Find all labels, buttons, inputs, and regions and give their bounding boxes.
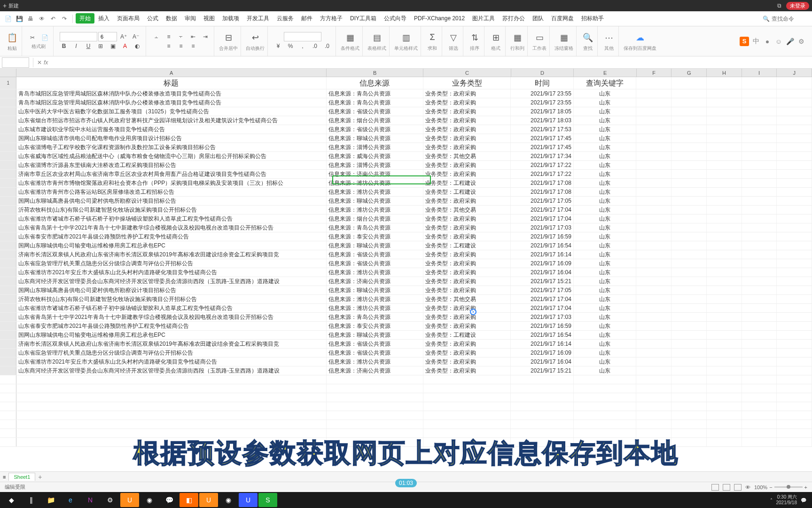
cell-C18[interactable]: 业务类型：政府采购 — [423, 232, 511, 241]
cell-D12[interactable]: 2021/9/17 17:08 — [511, 179, 574, 187]
sheet-tab-1[interactable]: Sheet1 — [8, 473, 35, 481]
cell-E18[interactable]: 山东 — [574, 232, 637, 241]
sheet-list-icon[interactable]: ≡ — [3, 474, 6, 480]
sum-icon[interactable]: Σ — [426, 31, 439, 44]
cell-C23[interactable]: 业务类型：政府采购 — [423, 277, 511, 286]
search-input[interactable] — [772, 16, 809, 22]
cell-A20[interactable]: 济南市长清区双泉镇人民政府山东省济南市长清区双泉镇2019年高标准农田建设结余资… — [16, 250, 326, 259]
cell-A2[interactable]: 青岛市城阳区应急管理局城阳区森林消防中队办公楼装修改造项目竞争性磋商公告 — [16, 89, 326, 98]
sort-icon[interactable]: ⇅ — [468, 31, 481, 44]
cell-B3[interactable]: 信息来源：青岛公共资源 — [327, 98, 423, 107]
file-menu-icon[interactable]: 📄 — [3, 14, 13, 24]
window-restore-icon[interactable]: ⧉ — [777, 2, 781, 9]
cell-A21[interactable]: 山东省应急管理厅机关重点隐患分区分级综合调查与评估公开招标公告 — [16, 259, 326, 268]
cell-C14[interactable]: 业务类型：政府采购 — [423, 197, 511, 205]
copy-icon[interactable]: 📄 — [39, 33, 50, 42]
currency-icon[interactable]: ¥ — [273, 41, 284, 51]
cell-B21[interactable]: 信息来源：省级公共资源 — [327, 259, 423, 268]
taskbar-explorer-icon[interactable]: 📁 — [41, 493, 60, 507]
preview-icon[interactable]: 👁 — [37, 14, 47, 24]
cell-C25[interactable]: 业务类型：其他交易 — [423, 295, 511, 303]
cell-D16[interactable]: 2021/9/17 17:04 — [511, 214, 574, 223]
menu-tab-0[interactable]: 开始 — [76, 13, 94, 24]
cell-C2[interactable]: 业务类型：政府采购 — [423, 89, 511, 98]
taskbar-app1-icon[interactable]: U — [120, 493, 139, 507]
cell-B7[interactable]: 信息来源：聊城公共资源 — [327, 134, 423, 143]
cell-E8[interactable]: 山东 — [574, 143, 637, 151]
cell-B18[interactable]: 信息来源：泰安公共资源 — [327, 232, 423, 241]
menu-tab-18[interactable]: 百度网盘 — [547, 13, 578, 24]
cell-E2[interactable]: 山东 — [574, 89, 637, 98]
menu-tab-15[interactable]: 图片工具 — [468, 13, 499, 24]
cell-D6[interactable]: 2021/9/17 17:53 — [511, 125, 574, 134]
menu-tab-11[interactable]: 方方格子 — [316, 13, 346, 24]
ime-lang-icon[interactable]: 中 — [752, 37, 760, 46]
cell-D3[interactable]: 2021/9/17 23:55 — [511, 98, 574, 107]
row-header-33[interactable] — [0, 366, 16, 375]
cell-E1[interactable]: 查询关键字 — [574, 77, 637, 89]
row-header-30[interactable] — [0, 340, 16, 348]
cell-B6[interactable]: 信息来源：省级公共资源 — [327, 125, 423, 134]
menu-tab-19[interactable]: 招标助手 — [578, 13, 608, 24]
row-header-21[interactable] — [0, 259, 16, 268]
cell-A33[interactable]: 山东商河经济开发区管理委员会山东商河经济开发区管理委员会清源街西段（玉凯路-玉皇… — [16, 366, 326, 375]
cell-B25[interactable]: 信息来源：潍坊公共资源 — [327, 295, 423, 303]
baidu-cloud-icon[interactable]: ☁ — [633, 31, 647, 44]
row-header-9[interactable] — [0, 152, 16, 160]
align-left-icon[interactable]: ≡ — [163, 41, 174, 51]
cell-E10[interactable]: 山东 — [574, 161, 637, 169]
cell-C24[interactable]: 业务类型：政府采购 — [423, 286, 511, 294]
row-header-13[interactable] — [0, 188, 16, 196]
fx-icon[interactable]: fx — [44, 59, 48, 66]
paste-icon[interactable]: 📋 — [6, 31, 19, 44]
menu-tab-17[interactable]: 团队 — [529, 13, 547, 24]
cell-D14[interactable]: 2021/9/17 17:05 — [511, 197, 574, 205]
cell-D10[interactable]: 2021/9/17 17:22 — [511, 161, 574, 169]
cell-A31[interactable]: 山东省应急管理厅机关重点隐患分区分级综合调查与评估公开招标公告 — [16, 349, 326, 357]
highlight-icon[interactable]: ◐ — [132, 41, 143, 51]
cell-D15[interactable]: 2021/9/17 17:04 — [511, 206, 574, 214]
cell-B8[interactable]: 信息来源：淄博公共资源 — [327, 143, 423, 151]
cell-D7[interactable]: 2021/9/17 17:45 — [511, 134, 574, 143]
zoom-control[interactable]: 100% − + — [754, 484, 807, 490]
cell-E4[interactable]: 山东 — [574, 107, 637, 116]
decrease-font-icon[interactable]: A⁻ — [130, 32, 141, 41]
redo-icon[interactable]: ↷ — [59, 14, 70, 24]
cell-E14[interactable]: 山东 — [574, 197, 637, 205]
cell-B28[interactable]: 信息来源：泰安公共资源 — [327, 322, 423, 330]
cell-A8[interactable]: 山东省淄博电子工程学校数字化课程资源制作及数控加工设备采购项目招标公告 — [16, 143, 326, 151]
taskbar-onenote-icon[interactable]: N — [81, 493, 100, 507]
row-header-31[interactable] — [0, 349, 16, 357]
cell-E32[interactable]: 山东 — [574, 357, 637, 366]
cell-C22[interactable]: 业务类型：政府采购 — [423, 268, 511, 277]
menu-tab-2[interactable]: 页面布局 — [113, 13, 143, 24]
cell-B15[interactable]: 信息来源：潍坊公共资源 — [327, 206, 423, 214]
align-right-icon[interactable]: ≡ — [187, 41, 199, 51]
cell-A16[interactable]: 山东省潍坊市诸城市石桥子镇石桥子初中操场铺设塑胶和人造草皮工程竞争性磋商公告 — [16, 214, 326, 223]
menu-tab-6[interactable]: 视图 — [200, 13, 219, 24]
cell-B1[interactable]: 信息来源 — [327, 77, 423, 89]
cell-D27[interactable]: 2021/9/17 17:03 — [511, 313, 574, 321]
cell-A18[interactable]: 山东省泰安市肥城市2021年县级公路预防性养护工程竞争性磋商公告 — [16, 232, 326, 241]
cell-E27[interactable]: 山东 — [574, 313, 637, 321]
cell-E19[interactable]: 山东 — [574, 241, 637, 250]
cell-C7[interactable]: 业务类型：政府采购 — [423, 134, 511, 143]
formula-input[interactable] — [50, 57, 812, 68]
select-all-corner[interactable] — [0, 69, 16, 77]
cell-A4[interactable]: 山东中医药大学中医古籍数字化数据加工服务项目（31025）竞争性磋商公告 — [16, 107, 326, 116]
cell-D25[interactable]: 2021/9/17 17:04 — [511, 295, 574, 303]
cell-A9[interactable]: 山东省威海市区域性成品粮油配送中心（威海市粮食仓储物流中心三期）房屋出租公开招标… — [16, 152, 326, 160]
cell-A19[interactable]: 国网山东聊城供电公司输变电运维检修用房工程总承包EPC — [16, 241, 326, 250]
cell-B31[interactable]: 信息来源：省级公共资源 — [327, 349, 423, 357]
cell-E24[interactable]: 山东 — [574, 286, 637, 294]
cell-A15[interactable]: 沂荷农牧科技(山东)有限公司新建智慧化牧场设施采购项目公开招标公告 — [16, 206, 326, 214]
cell-E20[interactable]: 山东 — [574, 250, 637, 259]
menu-tab-9[interactable]: 云服务 — [273, 13, 297, 24]
col-header-J[interactable]: J — [777, 69, 812, 77]
row-header-27[interactable] — [0, 313, 16, 321]
cell-style-icon[interactable]: ▥ — [399, 31, 413, 44]
ime-punct-icon[interactable]: ● — [763, 37, 772, 46]
cell-A14[interactable]: 国网山东聊城高唐县供电公司梁村供电所勘察设计项目招标公告 — [16, 197, 326, 205]
cell-A3[interactable]: 青岛市城阳区应急管理局城阳区森林消防中队办公楼装修改造项目竞争性磋商公告 — [16, 98, 326, 107]
spreadsheet-grid[interactable]: A B C D E F G H I J 1标题信息来源业务类型时间查询关键字青岛… — [0, 69, 812, 471]
